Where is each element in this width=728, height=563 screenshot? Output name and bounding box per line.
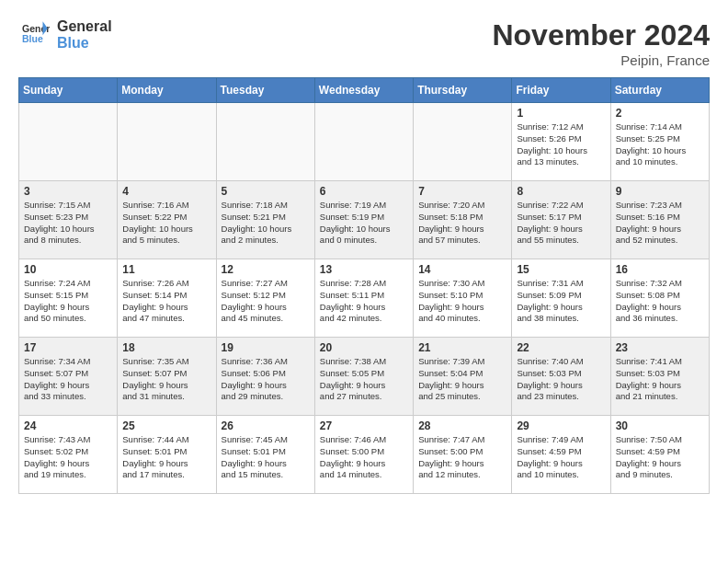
day-cell: 1Sunrise: 7:12 AM Sunset: 5:26 PM Daylig… (512, 103, 610, 181)
day-info: Sunrise: 7:30 AM Sunset: 5:10 PM Dayligh… (418, 278, 506, 325)
day-cell (216, 103, 314, 181)
day-cell: 5Sunrise: 7:18 AM Sunset: 5:21 PM Daylig… (216, 181, 314, 259)
day-number: 8 (517, 185, 605, 198)
day-info: Sunrise: 7:38 AM Sunset: 5:05 PM Dayligh… (320, 356, 408, 403)
day-number: 15 (517, 263, 605, 276)
day-info: Sunrise: 7:18 AM Sunset: 5:21 PM Dayligh… (222, 200, 310, 247)
day-info: Sunrise: 7:20 AM Sunset: 5:18 PM Dayligh… (418, 200, 506, 247)
day-info: Sunrise: 7:40 AM Sunset: 5:03 PM Dayligh… (517, 356, 605, 403)
logo: General Blue General Blue (18, 18, 112, 51)
day-cell: 17Sunrise: 7:34 AM Sunset: 5:07 PM Dayli… (19, 338, 118, 416)
day-cell: 8Sunrise: 7:22 AM Sunset: 5:17 PM Daylig… (512, 181, 610, 259)
day-number: 13 (320, 263, 408, 276)
day-info: Sunrise: 7:14 AM Sunset: 5:25 PM Dayligh… (616, 121, 704, 168)
calendar-body: 1Sunrise: 7:12 AM Sunset: 5:26 PM Daylig… (19, 103, 710, 494)
day-info: Sunrise: 7:47 AM Sunset: 5:00 PM Dayligh… (418, 434, 506, 481)
day-number: 29 (517, 419, 605, 432)
day-info: Sunrise: 7:35 AM Sunset: 5:07 PM Dayligh… (122, 356, 210, 403)
day-cell: 21Sunrise: 7:39 AM Sunset: 5:04 PM Dayli… (414, 338, 512, 416)
day-cell: 15Sunrise: 7:31 AM Sunset: 5:09 PM Dayli… (512, 259, 610, 338)
calendar-table: SundayMondayTuesdayWednesdayThursdayFrid… (18, 77, 710, 494)
day-cell: 3Sunrise: 7:15 AM Sunset: 5:23 PM Daylig… (19, 181, 118, 259)
day-info: Sunrise: 7:27 AM Sunset: 5:12 PM Dayligh… (222, 278, 310, 325)
day-cell: 9Sunrise: 7:23 AM Sunset: 5:16 PM Daylig… (610, 181, 709, 259)
day-number: 21 (418, 341, 506, 354)
day-number: 18 (122, 341, 210, 354)
day-number: 9 (616, 185, 704, 198)
day-cell (19, 103, 118, 181)
day-cell: 19Sunrise: 7:36 AM Sunset: 5:06 PM Dayli… (216, 338, 314, 416)
day-number: 10 (24, 263, 112, 276)
day-number: 27 (320, 419, 408, 432)
day-number: 28 (418, 419, 506, 432)
weekday-header-row: SundayMondayTuesdayWednesdayThursdayFrid… (19, 78, 710, 103)
day-number: 26 (222, 419, 310, 432)
day-info: Sunrise: 7:49 AM Sunset: 4:59 PM Dayligh… (517, 434, 605, 481)
location: Peipin, France (492, 52, 710, 68)
day-info: Sunrise: 7:34 AM Sunset: 5:07 PM Dayligh… (24, 356, 112, 403)
day-number: 7 (418, 185, 506, 198)
day-cell: 7Sunrise: 7:20 AM Sunset: 5:18 PM Daylig… (414, 181, 512, 259)
day-info: Sunrise: 7:43 AM Sunset: 5:02 PM Dayligh… (24, 434, 112, 481)
day-info: Sunrise: 7:39 AM Sunset: 5:04 PM Dayligh… (418, 356, 506, 403)
day-number: 4 (122, 185, 210, 198)
weekday-thursday: Thursday (414, 78, 512, 103)
day-cell: 27Sunrise: 7:46 AM Sunset: 5:00 PM Dayli… (314, 416, 413, 494)
day-info: Sunrise: 7:46 AM Sunset: 5:00 PM Dayligh… (320, 434, 408, 481)
weekday-wednesday: Wednesday (314, 78, 413, 103)
day-cell: 18Sunrise: 7:35 AM Sunset: 5:07 PM Dayli… (118, 338, 216, 416)
day-info: Sunrise: 7:23 AM Sunset: 5:16 PM Dayligh… (616, 200, 704, 247)
day-info: Sunrise: 7:50 AM Sunset: 4:59 PM Dayligh… (616, 434, 704, 481)
day-number: 12 (222, 263, 310, 276)
day-number: 23 (616, 341, 704, 354)
day-cell: 12Sunrise: 7:27 AM Sunset: 5:12 PM Dayli… (216, 259, 314, 338)
day-cell: 16Sunrise: 7:32 AM Sunset: 5:08 PM Dayli… (610, 259, 709, 338)
day-cell: 11Sunrise: 7:26 AM Sunset: 5:14 PM Dayli… (118, 259, 216, 338)
day-cell: 2Sunrise: 7:14 AM Sunset: 5:25 PM Daylig… (610, 103, 709, 181)
day-cell: 29Sunrise: 7:49 AM Sunset: 4:59 PM Dayli… (512, 416, 610, 494)
weekday-monday: Monday (118, 78, 216, 103)
day-cell (118, 103, 216, 181)
day-cell: 30Sunrise: 7:50 AM Sunset: 4:59 PM Dayli… (610, 416, 709, 494)
day-info: Sunrise: 7:24 AM Sunset: 5:15 PM Dayligh… (24, 278, 112, 325)
day-cell (314, 103, 413, 181)
svg-text:Blue: Blue (22, 32, 43, 43)
title-block: November 2024 Peipin, France (492, 18, 710, 68)
page-header: General Blue General Blue November 2024 … (18, 18, 710, 68)
day-info: Sunrise: 7:32 AM Sunset: 5:08 PM Dayligh… (616, 278, 704, 325)
week-row-1: 1Sunrise: 7:12 AM Sunset: 5:26 PM Daylig… (19, 103, 710, 181)
day-info: Sunrise: 7:44 AM Sunset: 5:01 PM Dayligh… (122, 434, 210, 481)
day-cell: 10Sunrise: 7:24 AM Sunset: 5:15 PM Dayli… (19, 259, 118, 338)
weekday-friday: Friday (512, 78, 610, 103)
day-number: 22 (517, 341, 605, 354)
day-info: Sunrise: 7:31 AM Sunset: 5:09 PM Dayligh… (517, 278, 605, 325)
day-info: Sunrise: 7:16 AM Sunset: 5:22 PM Dayligh… (122, 200, 210, 247)
week-row-4: 17Sunrise: 7:34 AM Sunset: 5:07 PM Dayli… (19, 338, 710, 416)
day-number: 3 (24, 185, 112, 198)
day-info: Sunrise: 7:41 AM Sunset: 5:03 PM Dayligh… (616, 356, 704, 403)
day-number: 19 (222, 341, 310, 354)
day-cell: 6Sunrise: 7:19 AM Sunset: 5:19 PM Daylig… (314, 181, 413, 259)
day-cell: 14Sunrise: 7:30 AM Sunset: 5:10 PM Dayli… (414, 259, 512, 338)
day-info: Sunrise: 7:36 AM Sunset: 5:06 PM Dayligh… (222, 356, 310, 403)
day-number: 30 (616, 419, 704, 432)
day-cell: 28Sunrise: 7:47 AM Sunset: 5:00 PM Dayli… (414, 416, 512, 494)
day-number: 25 (122, 419, 210, 432)
day-number: 5 (222, 185, 310, 198)
day-cell: 4Sunrise: 7:16 AM Sunset: 5:22 PM Daylig… (118, 181, 216, 259)
weekday-saturday: Saturday (610, 78, 709, 103)
month-title: November 2024 (492, 18, 710, 52)
day-info: Sunrise: 7:26 AM Sunset: 5:14 PM Dayligh… (122, 278, 210, 325)
day-cell: 13Sunrise: 7:28 AM Sunset: 5:11 PM Dayli… (314, 259, 413, 338)
week-row-2: 3Sunrise: 7:15 AM Sunset: 5:23 PM Daylig… (19, 181, 710, 259)
day-number: 17 (24, 341, 112, 354)
day-info: Sunrise: 7:19 AM Sunset: 5:19 PM Dayligh… (320, 200, 408, 247)
weekday-sunday: Sunday (19, 78, 118, 103)
day-info: Sunrise: 7:45 AM Sunset: 5:01 PM Dayligh… (222, 434, 310, 481)
day-number: 20 (320, 341, 408, 354)
day-info: Sunrise: 7:15 AM Sunset: 5:23 PM Dayligh… (24, 200, 112, 247)
day-number: 16 (616, 263, 704, 276)
day-info: Sunrise: 7:28 AM Sunset: 5:11 PM Dayligh… (320, 278, 408, 325)
day-number: 11 (122, 263, 210, 276)
day-cell: 23Sunrise: 7:41 AM Sunset: 5:03 PM Dayli… (610, 338, 709, 416)
